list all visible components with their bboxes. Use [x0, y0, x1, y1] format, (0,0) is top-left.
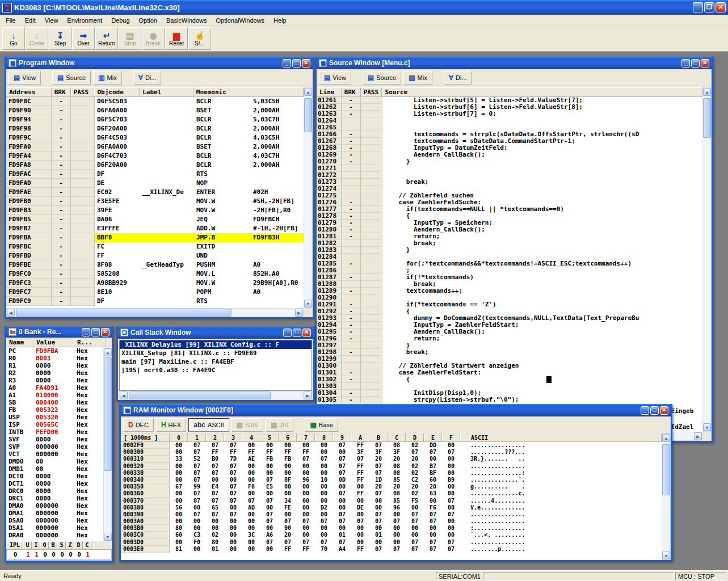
vertical-scrollbar[interactable]: ▲ ▼ [662, 433, 671, 560]
maximize-button[interactable]: □ [293, 329, 301, 337]
brk-cell[interactable]: - [52, 270, 71, 279]
ram-col-header-6[interactable]: 6 [279, 433, 297, 441]
ram-byte-cell[interactable]: 07 [333, 511, 351, 518]
ram-byte-cell[interactable]: 00 [242, 525, 260, 532]
ram-byte-cell[interactable]: 00 [369, 525, 388, 532]
ram-byte-cell[interactable]: 00 [260, 442, 279, 449]
ram-byte-cell[interactable]: 60 [170, 532, 188, 538]
menu-item-debug[interactable]: Debug [107, 16, 134, 25]
ram-byte-cell[interactable]: 07 [279, 539, 297, 546]
register-row[interactable]: DCT00000Hex [6, 473, 112, 480]
program-row[interactable]: FD9FBA-BBF8JMP.BFD9FB3H [6, 233, 304, 242]
brk-cell[interactable]: - [342, 376, 361, 383]
program-row[interactable]: FD9FC3-A98BB929MOV.W29B9H[A0],R0 [6, 279, 304, 288]
brk-cell[interactable]: - [342, 97, 361, 104]
ram-col-header-3[interactable]: 3 [224, 433, 242, 441]
source-row[interactable]: 01292- { [317, 308, 702, 315]
ram-byte-cell[interactable]: 07 [442, 449, 460, 456]
ram-byte-cell[interactable]: 00 [297, 504, 315, 511]
pass-cell[interactable] [361, 151, 382, 158]
ram-byte-cell[interactable]: 00 [170, 470, 188, 477]
brk-cell[interactable]: - [342, 315, 361, 322]
maximize-button[interactable]: □ [650, 406, 659, 415]
pass-cell[interactable] [71, 97, 95, 106]
pass-cell[interactable] [361, 260, 382, 267]
ram-byte-cell[interactable]: 00 [224, 518, 242, 525]
pass-cell[interactable] [361, 226, 382, 233]
source-row[interactable]: 01299 [317, 356, 702, 363]
register-row[interactable]: R00003Hex [6, 355, 112, 362]
ram-byte-cell[interactable]: 07 [224, 442, 242, 449]
ram-byte-cell[interactable]: 00 [206, 518, 224, 525]
source-row[interactable]: 01278- { [317, 213, 702, 220]
close-button[interactable]: ✕ [302, 329, 311, 337]
ram-byte-cell[interactable]: 07 [442, 546, 460, 553]
ram-byte-cell[interactable]: 00 [279, 490, 297, 497]
brk-cell[interactable]: - [342, 288, 361, 294]
program-row[interactable]: FD9FB5-DA06JEQFD9FBCH [6, 215, 304, 224]
ram-byte-cell[interactable]: 00 [242, 539, 260, 546]
ram-byte-cell[interactable]: 00 [260, 490, 279, 497]
ram-byte-cell[interactable]: FF [297, 546, 315, 553]
source-row[interactable]: 01287- if(!*textcommands) [317, 274, 702, 281]
ram-byte-cell[interactable]: 02 [206, 532, 224, 538]
program-row[interactable]: FD9FB7-E3FFFEADD.W#-1H,-2H[FB] [6, 224, 304, 233]
ram-byte-cell[interactable]: 07 [315, 518, 333, 525]
brk-cell[interactable]: - [342, 199, 361, 206]
ram-byte-cell[interactable]: 07 [188, 477, 206, 483]
register-row[interactable]: SVP000000Hex [6, 443, 112, 451]
ram-byte-cell[interactable]: 07 [206, 463, 224, 470]
ram-byte-cell[interactable]: 20 [406, 456, 424, 462]
ram-byte-cell[interactable]: 00 [279, 511, 297, 518]
source-row[interactable]: 01281- return; [317, 233, 702, 240]
register-row[interactable]: DSA0000000Hex [6, 517, 112, 524]
pass-cell[interactable] [361, 131, 382, 138]
ram-byte-cell[interactable]: 00 [242, 518, 260, 525]
brk-cell[interactable]: - [52, 288, 71, 297]
program-row[interactable]: FD9F90-D6FA0A00BSET2,000AH [6, 106, 304, 115]
register-value[interactable]: 000000 [33, 532, 74, 539]
ram-byte-cell[interactable]: 07 [333, 463, 351, 470]
ram-byte-cell[interactable]: 20 [424, 483, 442, 490]
ram-byte-cell[interactable]: 3F [369, 449, 388, 456]
ram-byte-cell[interactable]: 07 [424, 511, 442, 518]
column-header-address[interactable]: Address [6, 87, 52, 96]
source-di-button[interactable]: ∀Di... [444, 71, 472, 85]
ram-byte-cell[interactable]: 07 [188, 498, 206, 504]
ram-byte-cell[interactable]: F0 [188, 539, 206, 546]
ram-byte-cell[interactable]: 00 [388, 525, 406, 532]
program-row[interactable]: FD9F98-D6F20A00BCLR2,000AH [6, 124, 304, 133]
ram-byte-cell[interactable]: 00 [315, 463, 333, 470]
register-row[interactable]: FB005322Hex [6, 406, 112, 414]
ram-byte-cell[interactable]: 00 [333, 525, 351, 532]
ram-dec-button[interactable]: DDEC [123, 418, 154, 432]
ram-byte-cell[interactable]: 07 [206, 490, 224, 497]
ram-byte-cell[interactable]: 07 [388, 518, 406, 525]
pass-cell[interactable] [361, 383, 382, 390]
ram-byte-cell[interactable]: 00 [369, 504, 388, 511]
ram-byte-cell[interactable]: 00 [170, 490, 188, 497]
brk-cell[interactable]: - [342, 322, 361, 329]
brk-cell[interactable]: - [342, 274, 361, 281]
maximize-button[interactable]: □ [292, 59, 301, 68]
pass-cell[interactable] [71, 288, 95, 297]
pass-cell[interactable] [71, 133, 95, 142]
ram-byte-cell[interactable]: 00 [406, 504, 424, 511]
ram-byte-cell[interactable]: 00 [424, 498, 442, 504]
scroll-right-icon[interactable]: ▶ [694, 432, 702, 440]
ram-byte-cell[interactable]: 52 [188, 456, 206, 462]
ram-byte-cell[interactable]: B7 [424, 463, 442, 470]
ram-col-header-c[interactable]: C [388, 433, 406, 441]
ram-byte-cell[interactable]: 63 [424, 490, 442, 497]
minimize-button[interactable]: _ [641, 406, 649, 415]
source-row[interactable]: 01264 [317, 117, 702, 124]
brk-cell[interactable]: - [342, 145, 361, 151]
brk-cell[interactable]: - [52, 242, 71, 251]
ram-byte-cell[interactable]: 00 [442, 504, 460, 511]
ram-byte-cell[interactable]: 07 [206, 442, 224, 449]
ram-byte-cell[interactable]: C3 [188, 532, 206, 538]
horizontal-scrollbar[interactable]: ◀ ▶ [6, 308, 304, 317]
scroll-up-icon[interactable]: ▲ [304, 88, 312, 96]
ram-byte-cell[interactable]: 07 [351, 456, 369, 462]
flag-value-ipl[interactable]: 0 [7, 551, 24, 558]
